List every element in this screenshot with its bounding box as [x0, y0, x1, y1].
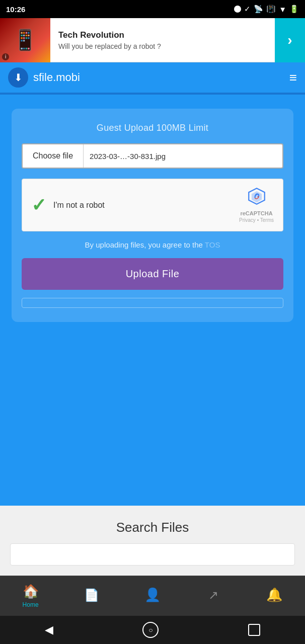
status-icons: ✓ 📡 📳 ▼ 🔋	[234, 5, 299, 14]
back-button[interactable]: ◀	[45, 623, 53, 636]
vibrate-icon: 📳	[266, 5, 276, 14]
tos-text: By uploading files, you agree to the TOS	[22, 240, 283, 249]
progress-bar-placeholder	[22, 298, 283, 308]
profile-icon: 👤	[144, 587, 161, 603]
wifi-icon: ▼	[279, 5, 286, 14]
recaptcha-links: Privacy • Terms	[239, 217, 274, 223]
upload-file-button[interactable]: Upload File	[22, 258, 283, 290]
recaptcha-box[interactable]: ✓ I'm not a robot reCAPTCHA Privacy • T	[22, 179, 283, 231]
file-input-row[interactable]: Choose file 2023-03-…-30-831.jpg	[22, 143, 283, 169]
ad-text: Tech Revolution Will you be replaced by …	[50, 24, 275, 56]
main-content: Guest Upload 100MB Limit Choose file 202…	[0, 95, 305, 506]
ad-subtitle: Will you be replaced by a robot ?	[58, 42, 267, 50]
share-icon: ↗	[208, 588, 218, 602]
search-title: Search Files	[10, 520, 295, 535]
battery-icon: 🔋	[289, 5, 299, 14]
ad-info-badge: i	[2, 53, 9, 60]
recaptcha-logo-icon	[248, 187, 266, 209]
nav-item-notifications[interactable]: 🔔	[244, 587, 305, 605]
nav-home-label: Home	[23, 601, 39, 608]
recaptcha-right: reCAPTCHA Privacy • Terms	[239, 187, 274, 223]
ad-arrow-button[interactable]: ›	[275, 18, 305, 62]
recaptcha-brand-label: reCAPTCHA	[240, 210, 272, 216]
system-nav: ◀ ○	[0, 616, 305, 644]
nav-item-profile[interactable]: 👤	[122, 587, 183, 605]
recaptcha-checkmark: ✓	[31, 195, 46, 216]
ad-arrow-icon: ›	[287, 32, 292, 48]
home-button[interactable]: ○	[142, 622, 159, 638]
nav-item-file-search[interactable]: 📄	[61, 588, 122, 604]
tos-link[interactable]: TOS	[205, 240, 220, 249]
choose-file-button[interactable]: Choose file	[23, 144, 84, 168]
upload-card: Guest Upload 100MB Limit Choose file 202…	[12, 109, 293, 322]
hamburger-menu-icon[interactable]: ≡	[289, 70, 297, 86]
nav-logo: ⬇ sfile.mobi	[8, 67, 80, 88]
recaptcha-left: ✓ I'm not a robot	[31, 195, 105, 216]
home-icon: 🏠	[23, 584, 39, 599]
ad-image: i	[0, 18, 50, 62]
nav-header: ⬇ sfile.mobi ≡	[0, 62, 305, 93]
status-bar: 10:26 ✓ 📡 📳 ▼ 🔋	[0, 0, 305, 18]
recents-button[interactable]	[248, 624, 260, 636]
upload-limit-text: Guest Upload 100MB Limit	[22, 123, 283, 133]
logo-icon: ⬇	[8, 67, 28, 88]
bottom-nav: 🏠 Home 📄 👤 ↗ 🔔	[0, 576, 305, 616]
cast-icon: 📡	[254, 5, 263, 14]
search-section: Search Files	[0, 506, 305, 576]
recaptcha-label: I'm not a robot	[53, 201, 105, 210]
nav-item-share[interactable]: ↗	[183, 588, 244, 604]
nav-item-home[interactable]: 🏠 Home	[0, 584, 61, 608]
file-name-display: 2023-03-…-30-831.jpg	[84, 145, 282, 168]
check-icon: ✓	[244, 5, 251, 14]
circle-icon	[234, 6, 241, 13]
search-input-placeholder[interactable]	[10, 543, 295, 566]
logo-text: sfile.mobi	[33, 71, 80, 84]
ad-title: Tech Revolution	[58, 30, 267, 40]
status-time: 10:26	[6, 5, 25, 14]
bell-icon: 🔔	[266, 587, 282, 603]
ad-banner[interactable]: i Tech Revolution Will you be replaced b…	[0, 18, 305, 62]
file-search-icon: 📄	[84, 588, 99, 602]
